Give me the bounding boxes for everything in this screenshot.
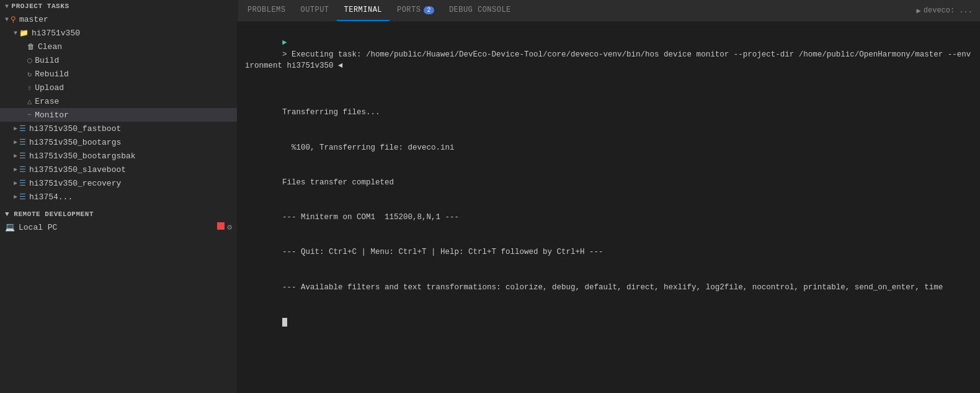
monitor-label: Monitor	[35, 111, 69, 120]
upload-label: Upload	[35, 83, 64, 93]
terminal-cursor-line	[245, 305, 973, 340]
list-icon-hi3754: ☰	[19, 192, 26, 202]
clean-label: Clean	[38, 42, 62, 52]
main-area: PROBLEMS OUTPUT TERMINAL PORTS 2 DEBUG C…	[238, 0, 980, 393]
prompt-arrow: ►	[282, 38, 287, 47]
recovery-chevron-icon: ►	[14, 180, 17, 187]
hi3754-chevron-icon: ►	[14, 194, 17, 201]
tabs-bar: PROBLEMS OUTPUT TERMINAL PORTS 2 DEBUG C…	[238, 0, 980, 22]
hi3751v350-chevron-icon: ▼	[14, 30, 17, 37]
sidebar-item-rebuild[interactable]: ↻ Rebuild	[0, 67, 237, 81]
sidebar-item-clean[interactable]: 🗑 Clean	[0, 40, 237, 53]
terminal-line-0: ► > Executing task: /home/public/Huawei/…	[245, 25, 973, 84]
upload-icon: ⇧	[27, 83, 32, 93]
tabs-right: ▶ deveco: ...	[917, 6, 978, 16]
slaveboot-chevron-icon: ►	[14, 166, 17, 173]
hi3751v350-label: hi3751v350	[32, 29, 80, 38]
terminal-line-7: --- Available filters and text transform…	[245, 270, 973, 305]
sidebar-item-bootargs[interactable]: ► ☰ hi3751v350_bootargs	[0, 135, 237, 149]
slaveboot-label: hi3751v350_slaveboot	[29, 165, 126, 174]
list-icon-slaveboot: ☰	[19, 165, 26, 174]
git-icon: ⚲	[11, 15, 16, 24]
build-circle-icon: ◯	[27, 56, 32, 65]
local-pc-icon: 💻	[5, 222, 15, 232]
fastboot-label: hi3751v350_fastboot	[29, 124, 121, 133]
bootargs-chevron-icon: ►	[14, 139, 17, 146]
list-icon-bootargsbak: ☰	[19, 151, 26, 161]
list-icon-fastboot: ☰	[19, 124, 26, 133]
terminal-content[interactable]: ► > Executing task: /home/public/Huawei/…	[238, 22, 980, 393]
sidebar-item-monitor[interactable]: – Monitor	[0, 108, 237, 122]
terminal-line-6: --- Quit: Ctrl+C | Menu: Ctrl+T | Help: …	[245, 235, 973, 270]
bootargsbak-label: hi3751v350_bootargsbak	[29, 151, 136, 161]
master-chevron-icon: ▼	[5, 16, 9, 23]
rebuild-icon: ↻	[27, 70, 32, 79]
erase-label: Erase	[35, 97, 59, 106]
folder-icon: 📁	[19, 29, 29, 38]
sidebar-item-fastboot[interactable]: ► ☰ hi3751v350_fastboot	[0, 122, 237, 135]
fastboot-chevron-icon: ►	[14, 125, 17, 132]
deveco-label: deveco: ...	[924, 6, 973, 15]
remote-item-actions: ⚙	[217, 222, 232, 232]
erase-icon: △	[27, 97, 32, 106]
bootargsbak-chevron-icon: ►	[14, 153, 17, 160]
tab-output[interactable]: OUTPUT	[293, 0, 336, 21]
tab-terminal[interactable]: TERMINAL	[337, 0, 390, 21]
project-tasks-chevron: ▼	[5, 3, 9, 10]
build-label: Build	[35, 56, 59, 65]
terminal-line-3: %100, Transferring file: deveco.ini	[245, 130, 973, 165]
tab-ports[interactable]: PORTS 2	[390, 0, 442, 21]
sidebar-item-upload[interactable]: ⇧ Upload	[0, 81, 237, 94]
bootargs-label: hi3751v350_bootargs	[29, 138, 121, 147]
recovery-label: hi3751v350_recovery	[29, 179, 121, 188]
terminal-cursor	[282, 318, 287, 327]
terminal-line-4: Files transfer completed	[245, 165, 973, 200]
sidebar-item-recovery[interactable]: ► ☰ hi3751v350_recovery	[0, 176, 237, 190]
tab-debug-console[interactable]: DEBUG CONSOLE	[442, 0, 519, 21]
sidebar-item-hi3754-more[interactable]: ► ☰ hi3754...	[0, 190, 237, 204]
list-icon-recovery: ☰	[19, 179, 26, 188]
remote-dev-label: REMOTE DEVELOPMENT	[14, 210, 94, 218]
remote-dev-header[interactable]: ▼ REMOTE DEVELOPMENT	[0, 207, 237, 220]
ports-badge: 2	[424, 6, 434, 14]
terminal-line-5: --- Miniterm on COM1 115200,8,N,1 ---	[245, 200, 973, 235]
sidebar-item-bootargsbak[interactable]: ► ☰ hi3751v350_bootargsbak	[0, 149, 237, 163]
stop-button[interactable]	[217, 222, 225, 230]
sidebar-item-slaveboot[interactable]: ► ☰ hi3751v350_slaveboot	[0, 163, 237, 176]
sidebar-item-hi3751v350[interactable]: ▼ 📁 hi3751v350	[0, 26, 237, 40]
remote-local-pc[interactable]: 💻 Local PC ⚙	[0, 220, 237, 234]
project-tasks-header[interactable]: ▼ PROJECT TASKS	[0, 0, 237, 12]
tab-problems[interactable]: PROBLEMS	[240, 0, 293, 21]
remote-dev-chevron: ▼	[5, 210, 9, 218]
hi3754-label: hi3754...	[29, 192, 73, 202]
rebuild-label: Rebuild	[35, 70, 69, 79]
sidebar-item-build[interactable]: ◯ Build	[0, 53, 237, 67]
sidebar-item-master[interactable]: ▼ ⚲ master	[0, 12, 237, 26]
monitor-icon: –	[27, 111, 32, 119]
sidebar-item-erase[interactable]: △ Erase	[0, 94, 237, 108]
settings-icon[interactable]: ⚙	[227, 222, 232, 232]
terminal-instance-icon: ▶	[917, 6, 921, 16]
project-tasks-label: PROJECT TASKS	[12, 2, 69, 10]
sidebar: ▼ PROJECT TASKS ▼ ⚲ master ▼ 📁 hi3751v35…	[0, 0, 238, 393]
trash-icon: 🗑	[27, 42, 35, 52]
terminal-line-blank	[245, 84, 973, 96]
list-icon-bootargs: ☰	[19, 138, 26, 147]
terminal-line-2: Transferring files...	[245, 96, 973, 130]
local-pc-label: Local PC	[19, 223, 57, 232]
master-label: master	[19, 15, 48, 24]
